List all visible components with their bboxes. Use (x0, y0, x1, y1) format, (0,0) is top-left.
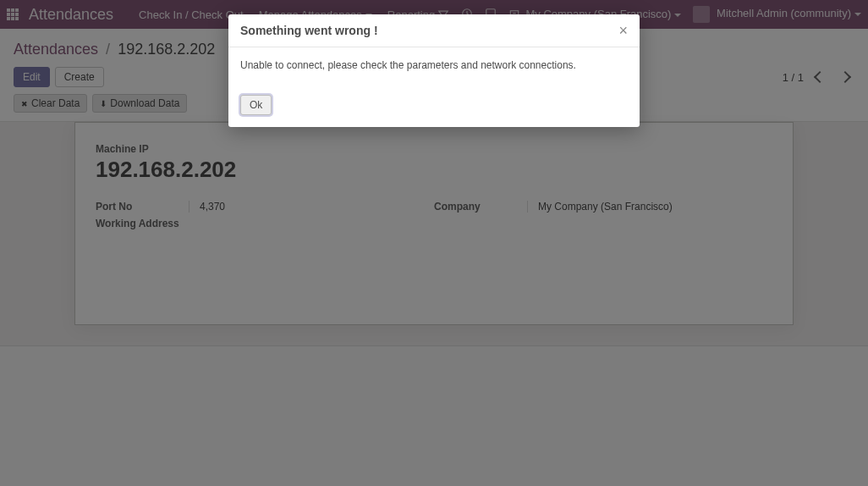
modal-close-button[interactable]: × (618, 23, 628, 38)
modal-body: Unable to connect, please check the para… (228, 47, 640, 86)
modal-title: Something went wrong ! (240, 24, 378, 37)
modal-overlay[interactable]: Something went wrong ! × Unable to conne… (0, 0, 868, 486)
error-modal: Something went wrong ! × Unable to conne… (228, 14, 640, 127)
ok-button[interactable]: Ok (240, 95, 272, 115)
